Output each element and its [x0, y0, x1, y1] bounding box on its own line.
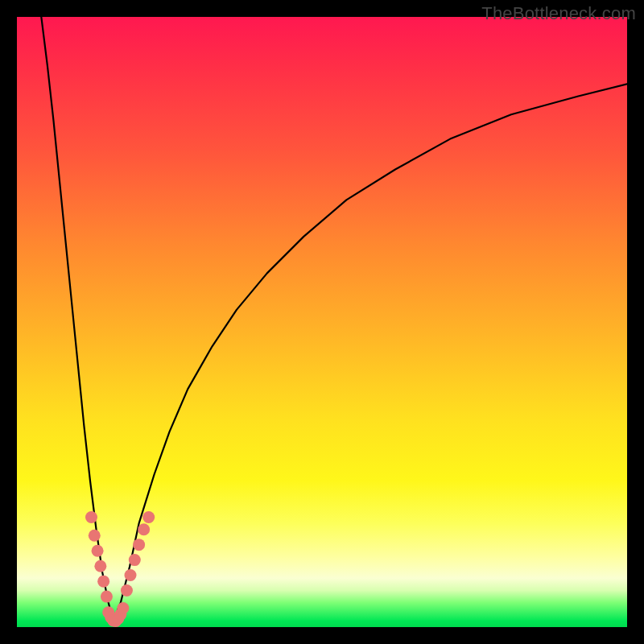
- marker-markers_left: [89, 530, 101, 542]
- watermark-text: TheBottleneck.com: [481, 3, 636, 24]
- marker-markers_right: [133, 539, 145, 551]
- marker-markers_right: [129, 554, 141, 566]
- marker-markers_left: [92, 545, 104, 557]
- marker-markers_left: [101, 591, 113, 603]
- marker-markers_bottom: [117, 602, 129, 614]
- outer-frame: TheBottleneck.com: [0, 0, 644, 644]
- marker-markers_left: [94, 560, 106, 572]
- curve-layer: [17, 17, 627, 627]
- marker-markers_right: [124, 569, 136, 581]
- marker-markers_right: [142, 511, 155, 523]
- curve-left_branch: [41, 17, 113, 621]
- plot-area: [17, 17, 627, 627]
- curve-right_branch: [114, 84, 627, 621]
- marker-markers_left: [97, 576, 109, 588]
- marker-markers_right: [121, 584, 133, 597]
- marker-markers_right: [138, 523, 150, 535]
- marker-markers_left: [85, 511, 97, 523]
